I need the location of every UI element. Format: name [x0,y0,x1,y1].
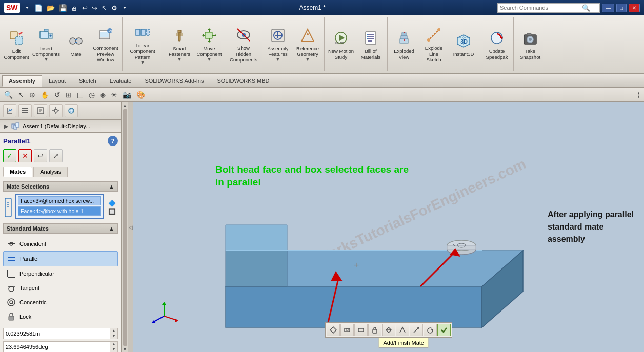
save-icon[interactable]: 💾 [59,4,67,12]
spin-up-1[interactable]: ▲ [110,328,117,334]
search-input[interactable] [500,5,582,11]
feat-icon-history[interactable] [3,104,16,117]
sec-search-icon[interactable]: 🔍 [2,90,15,100]
insert-components-arrow[interactable]: ▼ [44,57,49,63]
feature-tree-arrow[interactable]: ▶ [4,123,8,130]
angle-spinner[interactable]: ▲ ▼ [110,342,117,352]
select-icon[interactable]: ↖ [102,4,107,12]
open-icon[interactable]: 📂 [47,4,55,12]
mate-coincident[interactable]: Coincident [3,237,118,251]
sec-light-icon[interactable]: ☀ [109,90,119,100]
mini-btn-1[interactable] [327,324,340,336]
mini-btn-finish[interactable] [437,324,451,336]
selection-icon-2[interactable]: 🔲 [108,208,116,215]
scroll-up[interactable]: ▲ [123,103,127,108]
tab-mates[interactable]: Mates [3,167,32,177]
feat-icon-display[interactable] [65,104,78,117]
move-component-arrow[interactable]: ▼ [207,57,212,63]
toolbar-edit-component[interactable]: EditComponent [2,27,31,62]
reject-button[interactable]: ✕ [18,149,32,162]
tab-sketch[interactable]: Sketch [72,75,103,86]
distance-input[interactable] [4,329,110,338]
search-bar[interactable]: 🔍 [497,3,600,13]
angle-input[interactable] [4,343,110,351]
toolbar-take-snapshot[interactable]: TakeSnapshot [516,27,545,62]
toolbar-assembly-features[interactable]: AssemblyFeatures ▼ [264,24,292,65]
sec-section-icon[interactable]: ◫ [75,90,86,100]
toolbar-show-hidden[interactable]: ShowHiddenComponents [228,24,259,65]
minimize-button[interactable]: — [602,4,614,12]
mate-selections-collapse[interactable]: ▲ [109,183,114,190]
mini-btn-lock[interactable] [368,324,381,336]
standard-mates-collapse[interactable]: ▲ [109,225,114,232]
new-icon[interactable]: 📄 [34,4,43,12]
selection-icon-1[interactable]: 🔷 [108,200,116,207]
mate-selections-header[interactable]: Mate Selections ▲ [3,181,118,192]
mate-perpendicular[interactable]: Perpendicular [3,266,118,281]
print-icon[interactable]: 🖨 [71,4,78,12]
tab-analysis[interactable]: Analysis [33,167,68,177]
toolbar-move-component[interactable]: MoveComponent ▼ [195,24,224,65]
assembly-features-arrow[interactable]: ▼ [276,57,280,63]
spin-up-2[interactable]: ▲ [110,342,117,347]
smart-fasteners-arrow[interactable]: ▼ [177,57,182,63]
tab-solidworks-addins[interactable]: SOLIDWORKS Add-Ins [138,75,210,86]
mini-btn-6[interactable] [396,324,409,336]
panel-collapse-handle[interactable]: ◁ [128,102,133,352]
mini-btn-8[interactable] [424,324,437,336]
mini-btn-5[interactable] [382,324,395,336]
toolbar-smart-fasteners[interactable]: SmartFasteners ▼ [165,24,194,65]
sec-grid-icon[interactable]: ⊞ [64,90,74,100]
selection-item-1[interactable]: Face<3>@formed hex screw... [18,196,101,205]
spin-down-2[interactable]: ▼ [110,347,117,352]
settings-icon[interactable]: ⚙ [111,4,117,12]
sec-rotate-icon[interactable]: ↺ [52,90,63,100]
sec-display-icon[interactable]: ◈ [98,90,108,100]
undo-mate-button[interactable]: ↩ [34,149,47,162]
redo-icon[interactable]: ↪ [92,4,97,12]
tab-assembly[interactable]: Assembly [2,75,42,87]
mini-btn-2[interactable] [340,324,354,336]
sec-pan-icon[interactable]: ✋ [38,90,51,100]
toolbar-new-motion-study[interactable]: NEW New MotionStudy [327,27,355,62]
left-panel-scrollbar[interactable]: ▲ ▼ [122,102,128,352]
linear-pattern-arrow[interactable]: ▼ [140,60,145,66]
standard-mates-header[interactable]: Standard Mates ▲ [3,223,118,234]
sec-cursor-icon[interactable]: ↖ [16,90,26,100]
tab-layout[interactable]: Layout [42,75,72,86]
feat-icon-properties[interactable] [34,104,47,117]
toolbar-bill-of-materials[interactable]: Bill ofMaterials [356,27,385,62]
feat-icon-list[interactable] [18,104,32,117]
arrow-icon[interactable] [24,5,30,11]
sec-appear-icon[interactable]: 🎨 [134,90,147,100]
distance-spinner[interactable]: ▲ ▼ [110,328,117,339]
undo-icon[interactable]: ↩ [82,4,88,12]
maximize-button[interactable]: □ [616,4,627,12]
mate-tangent[interactable]: Tangent [3,281,118,295]
spin-down-1[interactable]: ▼ [110,334,117,339]
mate-lock[interactable]: Lock [3,309,118,324]
toolbar-update-speedpak[interactable]: UpdateSpeedpak [482,27,511,62]
selection-item-2[interactable]: Face<4>@box with hole-1 [18,206,101,216]
sec-camera-icon[interactable]: 📷 [120,90,133,100]
tab-solidworks-mbd[interactable]: SOLIDWORKS MBD [210,75,276,86]
viewport[interactable]: www.SolidWorksTutorialsForEngineers.com [133,102,644,352]
help-button[interactable]: ? [108,136,118,146]
reference-geometry-arrow[interactable]: ▼ [306,57,310,63]
toolbar-reference-geometry[interactable]: ReferenceGeometry ▼ [293,24,322,65]
toolbar-linear-pattern[interactable]: Linear ComponentPattern ▼ [125,21,160,68]
sec-view-icon[interactable]: ◷ [87,90,97,100]
sec-zoom-icon[interactable]: ⊕ [27,90,37,100]
mate-parallel[interactable]: Parallel [3,251,118,266]
scroll-down[interactable]: ▼ [123,347,127,352]
toolbar-exploded-view[interactable]: ExplodedView [390,27,418,62]
toolbar-instant3d[interactable]: 3D Instant3D [449,30,478,59]
mate-concentric[interactable]: Concentric [3,295,118,309]
tab-evaluate[interactable]: Evaluate [103,75,138,86]
scroll-thumb[interactable] [123,109,127,346]
mini-btn-3[interactable] [354,324,368,336]
toolbar-explode-line-sketch[interactable]: ExplodeLineSketch [419,24,448,65]
toolbar-mate[interactable]: Mate [62,30,90,59]
toolbar-component-preview[interactable]: W ComponentPreviewWindow [91,24,120,65]
feat-icon-config[interactable] [49,104,63,117]
